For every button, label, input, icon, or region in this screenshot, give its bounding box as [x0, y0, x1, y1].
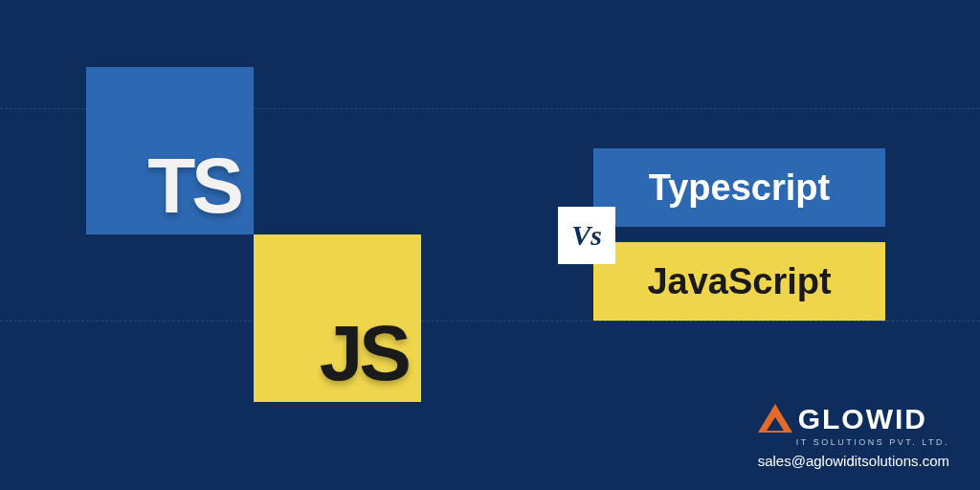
brand-tagline: IT SOLUTIONS PVT. LTD.: [758, 437, 949, 447]
brand-email: sales@aglowiditsolutions.com: [758, 453, 949, 469]
vs-text: Vs: [571, 219, 602, 252]
javascript-logo-text: JS: [320, 314, 408, 392]
vs-badge: Vs: [558, 207, 615, 264]
brand-name: GLOWID: [798, 403, 927, 435]
javascript-label-text: JavaScript: [647, 261, 831, 302]
typescript-logo-square: TS: [86, 67, 254, 234]
brand-logo-row: GLOWID: [758, 400, 949, 435]
divider-line-bottom: [0, 321, 980, 322]
typescript-logo-text: TS: [147, 146, 240, 225]
brand-block: GLOWID IT SOLUTIONS PVT. LTD. sales@aglo…: [758, 400, 949, 469]
typescript-label-text: Typescript: [649, 167, 830, 209]
brand-a-icon: [758, 404, 792, 433]
javascript-logo-square: JS: [254, 234, 421, 402]
typescript-label-box: Typescript: [593, 148, 885, 227]
javascript-label-box: JavaScript: [593, 242, 885, 321]
